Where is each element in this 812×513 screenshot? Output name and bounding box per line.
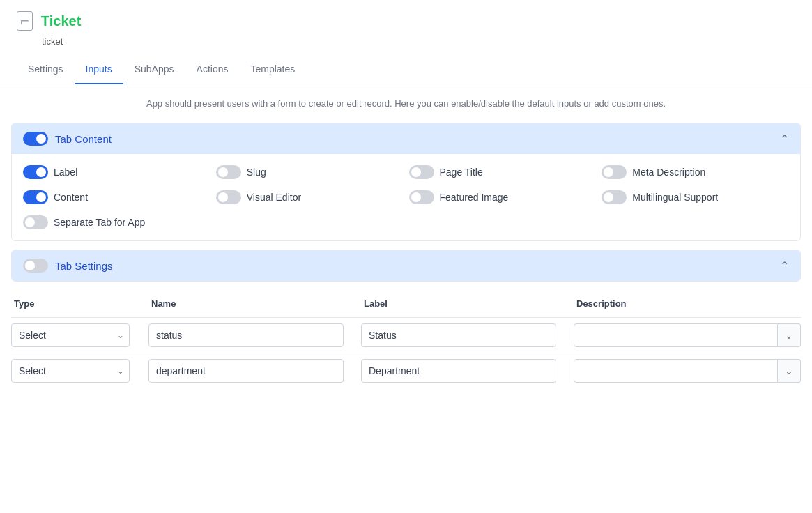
tab-settings-header: Tab Settings ⌃ xyxy=(12,250,800,281)
tab-settings-toggle[interactable] xyxy=(23,259,48,273)
slug-toggle[interactable] xyxy=(216,165,241,179)
app-title: Ticket xyxy=(41,13,81,29)
featured-image-toggle[interactable] xyxy=(409,190,434,204)
page-title-toggle[interactable] xyxy=(409,165,434,179)
toggle-item-separate-tab: Separate Tab for App xyxy=(23,215,210,229)
row1-name-cell xyxy=(148,323,361,347)
row1-description-expand-button[interactable]: ⌄ xyxy=(778,323,801,347)
separate-tab-toggle[interactable] xyxy=(23,215,48,229)
tab-settings-collapse-icon[interactable]: ⌃ xyxy=(780,259,789,273)
row2-label-input[interactable] xyxy=(361,359,556,383)
row2-description-input[interactable] xyxy=(574,359,778,383)
separate-tab-toggle-label: Separate Tab for App xyxy=(54,217,145,228)
tab-content-collapse-icon[interactable]: ⌃ xyxy=(780,132,789,146)
row1-description-input[interactable] xyxy=(574,323,778,347)
tab-subapps[interactable]: SubApps xyxy=(123,55,185,84)
multilingual-toggle-label: Multilingual Support xyxy=(632,192,718,203)
visual-editor-toggle-label: Visual Editor xyxy=(247,192,301,203)
row2-type-cell: Select Text Number Date Boolean File ⌄ xyxy=(11,359,148,383)
tab-content-toggle[interactable] xyxy=(23,132,48,146)
tab-templates[interactable]: Templates xyxy=(239,55,306,84)
row2-description-cell: ⌄ xyxy=(574,359,801,383)
slug-toggle-label: Slug xyxy=(247,167,266,178)
tab-settings-title: Tab Settings xyxy=(55,260,113,272)
tab-settings-section: Tab Settings ⌃ xyxy=(11,250,801,282)
toggle-item-featured-image: Featured Image xyxy=(409,190,597,204)
row2-description-expand-button[interactable]: ⌄ xyxy=(778,359,801,383)
meta-description-toggle[interactable] xyxy=(602,165,627,179)
tab-settings[interactable]: Settings xyxy=(17,55,75,84)
page-description: App should present users with a form to … xyxy=(146,98,666,109)
col-type: Type xyxy=(11,298,148,309)
label-toggle[interactable] xyxy=(23,165,48,179)
page-title-toggle-label: Page Title xyxy=(440,167,483,178)
toggle-item-multilingual: Multilingual Support xyxy=(602,190,789,204)
row1-type-select[interactable]: Select Text Number Date Boolean File xyxy=(11,323,130,347)
toggle-item-visual-editor: Visual Editor xyxy=(216,190,404,204)
multilingual-toggle[interactable] xyxy=(602,190,627,204)
row1-label-input[interactable] xyxy=(361,323,556,347)
content-toggle-label: Content xyxy=(54,192,88,203)
row2-name-cell xyxy=(148,359,361,383)
visual-editor-toggle[interactable] xyxy=(216,190,241,204)
tab-bar: Settings Inputs SubApps Actions Template… xyxy=(0,55,812,84)
row1-type-cell: Select Text Number Date Boolean File ⌄ xyxy=(11,323,148,347)
toggle-item-page-title: Page Title xyxy=(409,165,597,179)
tab-actions[interactable]: Actions xyxy=(185,55,240,84)
app-subtitle: ticket xyxy=(42,36,63,47)
toggle-item-slug: Slug xyxy=(216,165,404,179)
tab-content-body: Label Slug Page Title xyxy=(12,154,800,240)
toggle-item-meta-description: Meta Description xyxy=(602,165,789,179)
tab-content-title: Tab Content xyxy=(55,133,112,145)
toggle-item-content: Content xyxy=(23,190,210,204)
row2-label-cell xyxy=(361,359,574,383)
content-toggle[interactable] xyxy=(23,190,48,204)
col-name: Name xyxy=(148,298,361,309)
tab-content-header: Tab Content ⌃ xyxy=(12,123,800,154)
col-description: Description xyxy=(574,298,801,309)
row1-name-input[interactable] xyxy=(148,323,344,347)
inputs-table: Type Name Label Description Select Text … xyxy=(0,290,812,399)
table-row: Select Text Number Date Boolean File ⌄ ⌄ xyxy=(11,353,801,388)
col-label: Label xyxy=(361,298,574,309)
table-header-row: Type Name Label Description xyxy=(11,290,801,318)
bookmark-icon: ⌐ xyxy=(17,11,33,31)
row1-description-cell: ⌄ xyxy=(574,323,801,347)
row2-name-input[interactable] xyxy=(148,359,344,383)
featured-image-toggle-label: Featured Image xyxy=(440,192,509,203)
table-row: Select Text Number Date Boolean File ⌄ ⌄ xyxy=(11,318,801,353)
row1-label-cell xyxy=(361,323,574,347)
meta-description-toggle-label: Meta Description xyxy=(632,167,705,178)
tab-content-section: Tab Content ⌃ Label xyxy=(11,123,801,241)
toggle-item-label: Label xyxy=(23,165,210,179)
tab-inputs[interactable]: Inputs xyxy=(75,55,123,84)
label-toggle-label: Label xyxy=(54,167,77,178)
row2-type-select[interactable]: Select Text Number Date Boolean File xyxy=(11,359,130,383)
